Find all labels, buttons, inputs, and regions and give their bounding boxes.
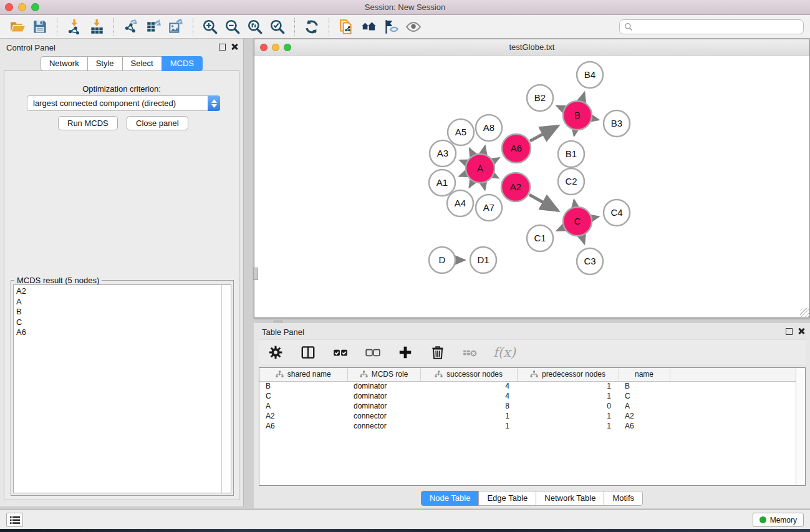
graph-edge-B-B4[interactable]	[582, 93, 584, 100]
table-cell[interactable]: C	[619, 391, 670, 401]
graph-edge-B-B3[interactable]	[592, 118, 598, 120]
export-table-icon[interactable]	[142, 17, 165, 37]
tab-style[interactable]: Style	[87, 56, 123, 71]
copy-network-icon[interactable]	[335, 17, 357, 37]
tab-edge-table[interactable]: Edge Table	[478, 491, 536, 506]
open-session-icon[interactable]	[6, 17, 29, 37]
network-window-titlebar[interactable]: testGlobe.txt	[254, 39, 809, 56]
table-cell[interactable]: A	[259, 401, 347, 411]
table-row[interactable]: A6connector11A6	[259, 421, 796, 431]
close-table-panel-icon[interactable]	[798, 327, 805, 335]
task-history-button[interactable]	[6, 513, 23, 527]
table-cell[interactable]: A2	[259, 411, 347, 421]
tab-network[interactable]: Network	[41, 56, 88, 71]
network-canvas[interactable]: B4B2BB3B1A6A5A8A3AA1A2A4A7C2CC4C1C3DD1	[254, 56, 809, 317]
search-input[interactable]	[636, 21, 799, 32]
run-mcds-button[interactable]: Run MCDS	[58, 116, 118, 130]
graph-edge-A-A2[interactable]	[494, 176, 498, 178]
table-cell[interactable]: 4	[420, 381, 517, 391]
table-cell[interactable]: dominator	[347, 381, 420, 391]
table-cell[interactable]: B	[619, 381, 670, 391]
graph-edge-A-A5[interactable]	[470, 148, 473, 154]
table-cell[interactable]: A2	[619, 411, 670, 421]
table-cell[interactable]: 4	[420, 391, 517, 401]
result-list-item[interactable]: B	[16, 307, 221, 317]
panel-grab-handle[interactable]	[253, 268, 258, 280]
tab-motifs[interactable]: Motifs	[604, 491, 643, 506]
export-network-icon[interactable]	[120, 17, 142, 37]
column-header-predecessor-nodes[interactable]: predecessor nodes	[517, 368, 619, 381]
save-session-icon[interactable]	[29, 17, 51, 37]
graph-edge-A-A4[interactable]	[470, 182, 473, 187]
table-cell[interactable]: 1	[517, 411, 619, 421]
delete-table-icon[interactable]	[461, 342, 480, 362]
result-list-item[interactable]: A6	[16, 327, 221, 338]
unselect-all-checkboxes-icon[interactable]	[364, 342, 382, 362]
window-resize-grip[interactable]	[800, 308, 809, 317]
tab-node-table[interactable]: Node Table	[421, 491, 480, 506]
result-list-item[interactable]: C	[16, 317, 221, 328]
graph-edge-C-C2[interactable]	[574, 200, 576, 206]
export-image-icon[interactable]	[165, 17, 187, 37]
result-list-scrollbar[interactable]	[221, 285, 231, 493]
graph-edge-A-A8[interactable]	[483, 146, 485, 153]
table-cell[interactable]: 8	[420, 401, 517, 411]
import-table-icon[interactable]	[85, 17, 108, 37]
select-all-checkboxes-icon[interactable]	[331, 342, 350, 362]
zoom-out-icon[interactable]	[221, 17, 244, 37]
table-cell[interactable]: A6	[619, 421, 670, 431]
table-scrollbar[interactable]	[796, 368, 805, 485]
tab-select[interactable]: Select	[122, 56, 162, 71]
search-field[interactable]	[619, 19, 804, 34]
tab-network-table[interactable]: Network Table	[536, 491, 604, 506]
table-cell[interactable]: connector	[347, 411, 420, 421]
table-cell[interactable]: B	[259, 381, 347, 391]
float-table-panel-icon[interactable]	[786, 328, 793, 335]
zoom-in-icon[interactable]	[199, 17, 221, 37]
function-builder-icon[interactable]: f(x)	[493, 345, 516, 360]
table-cell[interactable]: 1	[517, 381, 619, 391]
graph-edge-A-A3[interactable]	[460, 160, 466, 163]
delete-column-trash-icon[interactable]	[428, 342, 447, 362]
graph-edge-A2-C[interactable]	[529, 195, 558, 210]
mcds-result-list[interactable]: A2ABCA6	[13, 284, 231, 493]
float-panel-icon[interactable]	[219, 44, 226, 51]
import-network-icon[interactable]	[63, 17, 85, 37]
table-settings-gear-icon[interactable]	[266, 342, 285, 362]
graph-edge-C-C4[interactable]	[592, 217, 598, 218]
table-row[interactable]: A2connector11A2	[259, 411, 796, 421]
table-row[interactable]: Adominator80A	[259, 401, 796, 411]
column-header-shared-name[interactable]: shared name	[259, 368, 347, 381]
graph-edge-C-C3[interactable]	[582, 236, 584, 244]
table-cell[interactable]: 1	[420, 421, 517, 431]
table-cell[interactable]: 1	[517, 391, 619, 401]
create-column-plus-icon[interactable]	[396, 342, 415, 362]
optimization-criterion-dropdown[interactable]: largest connected component (directed)	[27, 95, 220, 111]
table-cell[interactable]: 0	[517, 401, 619, 411]
table-row[interactable]: Cdominator41C	[259, 391, 796, 401]
graph-edge-B-B1[interactable]	[574, 131, 575, 136]
zoom-selected-icon[interactable]	[266, 17, 289, 37]
result-list-item[interactable]: A	[16, 297, 221, 307]
column-header-MCDS-role[interactable]: MCDS role	[347, 368, 420, 381]
show-hide-eye-icon[interactable]	[402, 17, 425, 37]
tab-mcds[interactable]: MCDS	[162, 56, 203, 71]
home-view-icon[interactable]	[357, 17, 380, 37]
table-cell[interactable]: 1	[420, 411, 517, 421]
graph-edge-A-A1[interactable]	[460, 174, 466, 177]
refresh-layout-icon[interactable]	[301, 17, 323, 37]
show-column-icon[interactable]	[299, 342, 317, 362]
table-row[interactable]: Bdominator41B	[259, 381, 796, 391]
table-cell[interactable]: C	[259, 391, 347, 401]
graph-edge-B-B2[interactable]	[557, 106, 563, 109]
zoom-fit-icon[interactable]	[244, 17, 266, 37]
close-panel-icon[interactable]	[231, 43, 238, 51]
column-header-name[interactable]: name	[619, 368, 670, 381]
table-cell[interactable]: A	[619, 401, 670, 411]
graph-edge-A6-B[interactable]	[530, 126, 557, 141]
node-table[interactable]: shared nameMCDS rolesuccessor nodesprede…	[259, 367, 806, 486]
table-cell[interactable]: A6	[259, 421, 347, 431]
graph-edge-A-A7[interactable]	[483, 183, 485, 189]
table-cell[interactable]: dominator	[347, 401, 420, 411]
memory-button[interactable]: Memory	[753, 513, 804, 527]
